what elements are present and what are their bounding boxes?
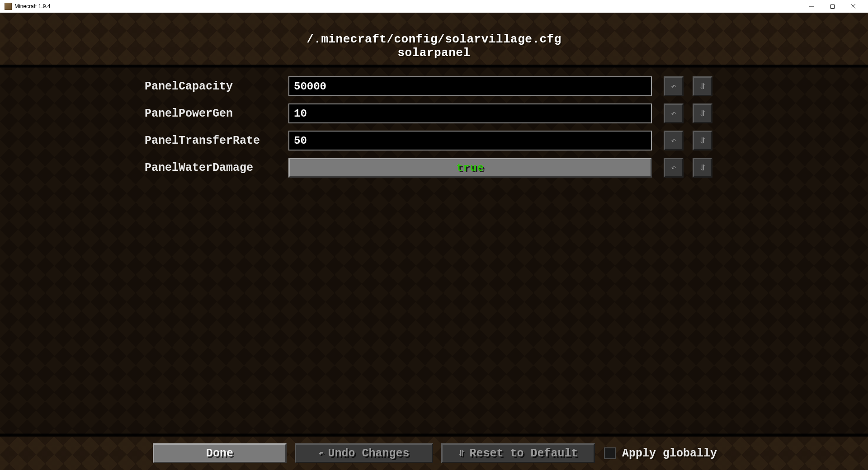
config-header: /.minecraft/config/solarvillage.cfg sola… (0, 13, 868, 65)
reset-icon: ⥯ (699, 108, 706, 118)
config-key-label: PanelCapacity (145, 80, 280, 93)
window-maximize-button[interactable] (822, 0, 843, 13)
apply-globally-label: Apply globally (622, 447, 717, 460)
undo-icon: ↶ (671, 108, 676, 118)
row-undo-button[interactable]: ↶ (664, 103, 684, 123)
svg-rect-1 (830, 5, 834, 8)
reset-default-button[interactable]: ⥯ Reset to Default (441, 443, 595, 463)
row-undo-button[interactable]: ↶ (664, 131, 684, 150)
row-undo-button[interactable]: ↶ (664, 76, 684, 96)
config-value-toggle[interactable]: true (288, 158, 652, 178)
apply-globally-checkbox[interactable] (604, 447, 616, 459)
window-minimize-button[interactable] (801, 0, 822, 13)
config-value-input[interactable] (288, 103, 652, 123)
config-row: PanelCapacity ↶ ⥯ (0, 73, 868, 100)
config-key-label: PanelTransferRate (145, 134, 280, 147)
config-list: PanelCapacity ↶ ⥯ PanelPowerGen ↶ ⥯ Pane… (0, 65, 868, 437)
config-row: PanelPowerGen ↶ ⥯ (0, 100, 868, 127)
undo-changes-label: Undo Changes (328, 447, 409, 460)
undo-icon: ↶ (319, 448, 324, 458)
config-value-input[interactable] (288, 131, 652, 150)
config-value-input[interactable] (288, 76, 652, 96)
reset-icon: ⥯ (458, 448, 465, 458)
config-key-label: PanelWaterDamage (145, 161, 280, 174)
window-titlebar: Minecraft 1.9.4 (0, 0, 868, 13)
undo-icon: ↶ (671, 136, 676, 146)
row-reset-button[interactable]: ⥯ (693, 158, 712, 178)
config-key-label: PanelPowerGen (145, 107, 280, 120)
undo-icon: ↶ (671, 81, 676, 91)
window-close-button[interactable] (843, 0, 863, 13)
undo-icon: ↶ (671, 163, 676, 173)
row-reset-button[interactable]: ⥯ (693, 76, 712, 96)
config-path: /.minecraft/config/solarvillage.cfg (0, 33, 868, 46)
shadow-bottom (0, 433, 868, 437)
apply-globally-wrap: Apply globally (604, 447, 717, 460)
row-undo-button[interactable]: ↶ (664, 158, 684, 178)
done-button[interactable]: Done (153, 443, 287, 463)
reset-icon: ⥯ (699, 81, 706, 91)
row-reset-button[interactable]: ⥯ (693, 131, 712, 150)
config-footer: Done ↶ Undo Changes ⥯ Reset to Default A… (0, 437, 868, 470)
config-row: PanelWaterDamage true ↶ ⥯ (0, 154, 868, 181)
app-icon (5, 3, 12, 10)
shadow-top (0, 65, 868, 68)
config-section: solarpanel (0, 46, 868, 60)
reset-default-label: Reset to Default (469, 447, 578, 460)
reset-icon: ⥯ (699, 136, 706, 146)
undo-changes-button[interactable]: ↶ Undo Changes (295, 443, 433, 463)
game-viewport: /.minecraft/config/solarvillage.cfg sola… (0, 13, 868, 470)
config-row: PanelTransferRate ↶ ⥯ (0, 127, 868, 154)
reset-icon: ⥯ (699, 163, 706, 173)
row-reset-button[interactable]: ⥯ (693, 103, 712, 123)
window-title: Minecraft 1.9.4 (14, 3, 50, 9)
